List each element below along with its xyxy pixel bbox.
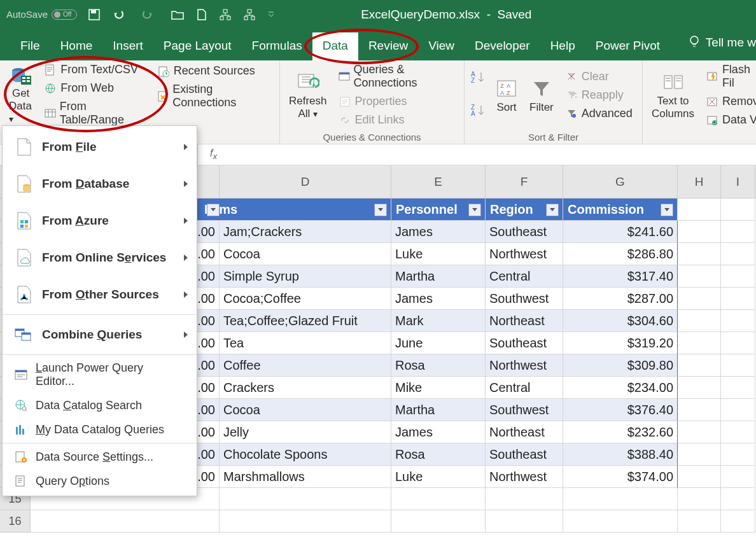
row-header[interactable]: 16: [0, 510, 31, 533]
menu-combine-queries[interactable]: Combine Queries: [3, 316, 197, 353]
cell-commission[interactable]: $376.40: [563, 399, 678, 421]
cell-items[interactable]: Marshmallows: [220, 466, 391, 488]
cell-personnel[interactable]: Luke: [391, 243, 486, 265]
from-web-button[interactable]: From Web: [41, 80, 149, 96]
cell-items[interactable]: Cocoa: [220, 243, 391, 265]
cell-commission[interactable]: $319.20: [563, 332, 678, 354]
cell-region[interactable]: Northeast: [486, 310, 563, 332]
cell-commission[interactable]: $287.00: [563, 288, 678, 310]
from-table-range-button[interactable]: From Table/Range: [41, 99, 149, 128]
cell-commission[interactable]: $304.60: [563, 310, 678, 332]
cell-commission[interactable]: $309.80: [563, 354, 678, 377]
cell-commission[interactable]: $388.40: [563, 443, 678, 466]
tab-help[interactable]: Help: [540, 32, 585, 60]
cell-personnel[interactable]: Luke: [391, 466, 486, 488]
cell-items[interactable]: Tea: [220, 332, 391, 354]
col-header-i[interactable]: I: [721, 165, 755, 198]
cell-region[interactable]: Southwest: [486, 399, 563, 421]
filter-dropdown-icon[interactable]: [207, 204, 220, 216]
cell-items[interactable]: Jelly: [220, 421, 391, 443]
tell-me-search[interactable]: Tell me w: [682, 29, 756, 60]
sort-az-icon[interactable]: AZ: [470, 70, 487, 87]
recent-sources-button[interactable]: Recent Sources: [155, 63, 274, 79]
advanced-button[interactable]: Advanced: [563, 106, 635, 122]
redo-icon[interactable]: [142, 9, 158, 20]
filter-button[interactable]: Filter: [526, 63, 557, 127]
cell-region[interactable]: Southeast: [486, 221, 563, 243]
cell-personnel[interactable]: Rosa: [391, 443, 486, 466]
menu-launch-power-query[interactable]: Launch Power Query Editor...: [3, 356, 197, 393]
menu-my-data-catalog[interactable]: My Data Catalog Queries: [3, 417, 197, 442]
sort-button[interactable]: ZAAZ Sort: [493, 63, 521, 127]
text-to-columns-button[interactable]: Text to Columns: [648, 63, 698, 127]
tab-review[interactable]: Review: [358, 32, 418, 60]
menu-data-catalog-search[interactable]: Data Catalog Search: [3, 393, 197, 417]
hierarchy-icon[interactable]: [220, 9, 231, 20]
cell-items[interactable]: Cocoa;Coffee: [220, 288, 391, 310]
undo-icon[interactable]: [113, 9, 129, 20]
col-header-f[interactable]: F: [486, 165, 563, 198]
sort-za-icon[interactable]: ZA: [470, 103, 487, 120]
cell-region[interactable]: Southeast: [486, 332, 563, 354]
tab-home[interactable]: Home: [50, 32, 103, 60]
header-commission[interactable]: Commission: [563, 199, 678, 221]
menu-from-online-services[interactable]: From Online Services: [3, 239, 197, 276]
cell-personnel[interactable]: Martha: [391, 399, 486, 421]
menu-data-source-settings[interactable]: Data Source Settings...: [3, 445, 197, 469]
cell-personnel[interactable]: June: [391, 332, 486, 354]
filter-dropdown-icon[interactable]: [661, 204, 673, 216]
tab-developer[interactable]: Developer: [465, 32, 540, 60]
cell-personnel[interactable]: Rosa: [391, 354, 486, 377]
tab-view[interactable]: View: [418, 32, 465, 60]
refresh-all-button[interactable]: Refresh All ▾: [285, 63, 331, 127]
cell-items[interactable]: Crackers: [220, 377, 391, 399]
save-icon[interactable]: [88, 9, 100, 20]
cell-personnel[interactable]: James: [391, 421, 486, 443]
autosave-toggle[interactable]: AutoSave Off: [6, 9, 77, 20]
cell-commission[interactable]: $286.80: [563, 243, 678, 265]
tab-file[interactable]: File: [10, 32, 50, 60]
header-items[interactable]: Items: [197, 199, 391, 221]
tab-insert[interactable]: Insert: [102, 32, 153, 60]
remove-duplicates-button[interactable]: Remove: [703, 94, 756, 109]
cell-commission[interactable]: $241.60: [563, 221, 678, 243]
menu-query-options[interactable]: Query Options: [3, 469, 197, 493]
cell-personnel[interactable]: James: [391, 288, 486, 310]
col-header-e[interactable]: E: [391, 165, 486, 198]
from-text-csv-button[interactable]: From Text/CSV: [41, 62, 149, 78]
cell-items[interactable]: Simple Syrup: [220, 265, 391, 288]
new-icon[interactable]: [197, 9, 207, 20]
cell-region[interactable]: Northwest: [486, 354, 563, 377]
filter-dropdown-icon[interactable]: [546, 204, 559, 216]
cell-region[interactable]: Southwest: [486, 288, 563, 310]
data-validation-button[interactable]: Data Va: [703, 112, 756, 128]
filter-dropdown-icon[interactable]: [468, 204, 481, 216]
hierarchy-icon-2[interactable]: [244, 9, 255, 20]
cell-personnel[interactable]: Mark: [391, 310, 486, 332]
cell-region[interactable]: Central: [486, 377, 563, 399]
header-personnel[interactable]: Personnel: [391, 199, 486, 221]
cell-personnel[interactable]: James: [391, 221, 486, 243]
cell-commission[interactable]: $234.00: [563, 377, 678, 399]
tab-page-layout[interactable]: Page Layout: [153, 32, 242, 60]
menu-from-file[interactable]: From File: [3, 129, 197, 165]
cell-items[interactable]: Tea;Coffee;Glazed Fruit: [220, 310, 391, 332]
fx-icon[interactable]: fx: [210, 148, 217, 161]
col-header-g[interactable]: G: [563, 165, 678, 198]
cell-items[interactable]: Coffee: [220, 354, 391, 377]
cell-commission[interactable]: $374.00: [563, 466, 678, 488]
cell-region[interactable]: Northeast: [486, 421, 563, 443]
cell-items[interactable]: Jam;Crackers: [220, 221, 391, 243]
cell-items[interactable]: Cocoa: [220, 399, 391, 421]
tab-power-pivot[interactable]: Power Pivot: [585, 32, 670, 60]
menu-from-other-sources[interactable]: From Other Sources: [3, 276, 197, 313]
header-region[interactable]: Region: [486, 199, 563, 221]
cell-personnel[interactable]: Martha: [391, 265, 486, 288]
existing-connections-button[interactable]: Existing Connections: [155, 81, 274, 111]
cell-commission[interactable]: $317.40: [563, 265, 678, 288]
flash-fill-button[interactable]: Flash Fil: [703, 62, 756, 91]
cell-commission[interactable]: $232.60: [563, 421, 678, 443]
queries-connections-button[interactable]: Queries & Connections: [336, 62, 459, 91]
get-data-button[interactable]: Get Data ▾: [5, 63, 36, 127]
col-header-h[interactable]: H: [678, 165, 721, 198]
